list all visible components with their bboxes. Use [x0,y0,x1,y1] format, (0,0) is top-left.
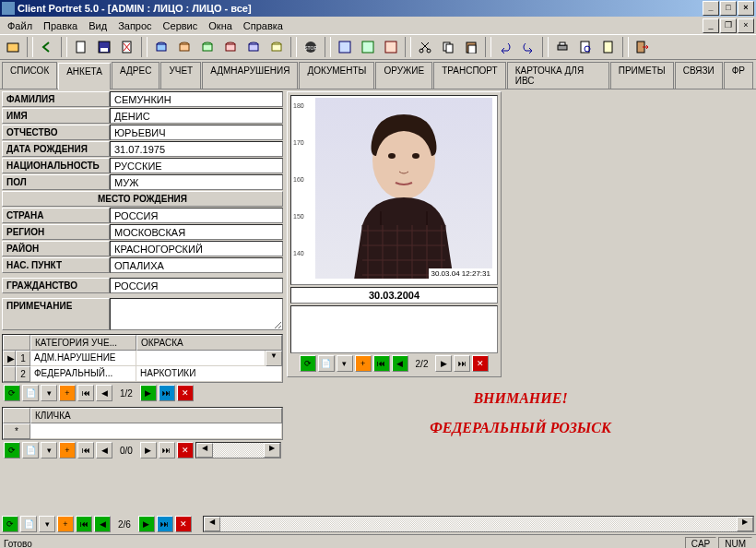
nav-menu-icon[interactable]: ▾ [337,355,353,372]
nav-add-icon[interactable]: + [355,355,372,372]
tab-transport[interactable]: ТРАНСПОРТ [433,62,506,89]
nav-first-icon[interactable]: ⏮ [76,516,92,532]
region-field[interactable] [110,224,283,240]
toolbar-exit-icon[interactable] [632,36,654,58]
table-row[interactable]: ▶ 1 АДМ.НАРУШЕНИЕ ▼ [3,351,282,366]
menu-file[interactable]: Файл [2,18,38,33]
nav-doc-icon[interactable]: 📄 [318,355,335,372]
nav-first-icon[interactable]: ⏮ [77,385,94,401]
toolbar-db1-icon[interactable] [150,36,172,58]
toolbar-save-icon[interactable] [93,36,115,58]
nav-refresh-icon[interactable]: ⟳ [4,385,20,401]
country-field[interactable] [110,208,283,223]
toolbar-undo-icon[interactable] [494,36,516,58]
nationality-field[interactable] [110,158,283,173]
nav-menu-icon[interactable]: ▾ [41,442,57,459]
nav-menu-icon[interactable]: ▾ [41,385,57,401]
nav-next-icon[interactable]: ▶ [138,516,155,532]
toolbar-back-icon[interactable] [36,36,58,58]
toolbar-cut-icon[interactable] [414,36,436,58]
nav-add-icon[interactable]: + [59,442,76,459]
town-field[interactable] [110,257,283,273]
grid1-col2[interactable]: ОКРАСКА [136,335,282,351]
toolbar-form1-icon[interactable] [334,36,356,58]
nav-last-icon[interactable]: ⏭ [159,385,175,401]
tab-list[interactable]: СПИСОК [2,62,57,89]
toolbar-preview-icon[interactable] [574,36,597,58]
toolbar-print-icon[interactable] [551,36,573,58]
nav-delete-icon[interactable]: ✕ [177,385,194,401]
citizenship-field[interactable] [110,278,283,293]
dropdown-icon[interactable]: ▼ [266,351,282,366]
nav-next-icon[interactable]: ▶ [140,442,157,459]
nav-add-icon[interactable]: + [57,516,74,532]
name-field[interactable] [110,108,283,124]
toolbar-redo-icon[interactable] [517,36,539,58]
sex-field[interactable] [110,174,283,190]
mdi-minimize-button[interactable]: _ [703,18,719,33]
grid1-r2c2[interactable]: НАРКОТИКИ [136,366,282,382]
nav-refresh-icon[interactable]: ⟳ [4,442,20,459]
maximize-button[interactable]: □ [720,1,737,16]
nav-first-icon[interactable]: ⏮ [373,355,390,372]
menu-query[interactable]: Запрос [112,18,157,33]
nav-doc-icon[interactable]: 📄 [22,385,39,401]
nav-doc-icon[interactable]: 📄 [22,442,39,459]
toolbar-stop-icon[interactable]: STOP [300,36,322,58]
table-row[interactable]: * [3,423,282,439]
tab-weapon[interactable]: ОРУЖИЕ [375,62,432,89]
nav-delete-icon[interactable]: ✕ [175,516,192,532]
tab-uchet[interactable]: УЧЕТ [160,62,201,89]
menu-view[interactable]: Вид [83,18,112,33]
scroll-track[interactable] [220,517,737,531]
toolbar-db3-icon[interactable] [196,36,219,58]
toolbar-report-icon[interactable] [597,36,620,58]
tab-anketa[interactable]: АНКЕТА [58,63,111,89]
mdi-close-button[interactable]: × [738,18,754,33]
scroll-right-icon[interactable]: ▶ [737,517,753,531]
nav-last-icon[interactable]: ⏭ [157,516,173,532]
menu-help[interactable]: Справка [238,18,289,33]
grid1-r2c1[interactable]: ФЕДЕРАЛЬНЫЙ... [30,366,136,382]
menu-windows[interactable]: Окна [203,18,238,33]
nav-refresh-icon[interactable]: ⟳ [2,516,18,532]
nav-doc-icon[interactable]: 📄 [20,516,37,532]
nav-prev-icon[interactable]: ◀ [96,385,112,401]
patronymic-field[interactable] [110,125,283,140]
toolbar-new-icon[interactable] [70,36,92,58]
toolbar-db2-icon[interactable] [173,36,195,58]
table-row[interactable]: 2 ФЕДЕРАЛЬНЫЙ... НАРКОТИКИ [3,366,282,382]
grid2-r1c1[interactable] [30,423,282,439]
district-field[interactable] [110,241,283,256]
nav-refresh-icon[interactable]: ⟳ [300,355,316,372]
grid1-r1c2[interactable] [136,351,266,366]
surname-field[interactable] [110,91,283,107]
menu-service[interactable]: Сервис [158,18,204,33]
scroll-track[interactable] [213,443,264,458]
grid1-r1c1[interactable]: АДМ.НАРУШЕНИЕ [30,351,136,366]
nav-prev-icon[interactable]: ◀ [392,355,408,372]
tab-fr[interactable]: ФР [724,62,753,89]
toolbar-db5-icon[interactable] [242,36,265,58]
scroll-left-icon[interactable]: ◀ [204,517,220,531]
tab-signs[interactable]: ПРИМЕТЫ [610,62,674,89]
close-button[interactable]: × [738,1,754,16]
menu-edit[interactable]: Правка [38,18,83,33]
nav-next-icon[interactable]: ▶ [140,385,157,401]
notes-field[interactable] [110,298,283,330]
scroll-right-icon[interactable]: ▶ [264,443,280,458]
minimize-button[interactable]: _ [703,1,719,16]
tab-links[interactable]: СВЯЗИ [675,62,723,89]
toolbar-db6-icon[interactable] [266,36,288,58]
tab-docs[interactable]: ДОКУМЕНТЫ [299,62,374,89]
tab-adm[interactable]: АДМНАРУШЕНИЯ [202,62,298,89]
nav-last-icon[interactable]: ⏭ [159,442,175,459]
mdi-restore-button[interactable]: ❐ [720,18,737,33]
nav-next-icon[interactable]: ▶ [435,355,452,372]
nav-delete-icon[interactable]: ✕ [177,442,194,459]
nav-add-icon[interactable]: + [59,385,76,401]
grid2-col1[interactable]: КЛИЧКА [30,408,282,423]
toolbar-form2-icon[interactable] [357,36,379,58]
tab-ivs[interactable]: КАРТОЧКА ДЛЯ ИВС [507,62,609,89]
toolbar-db4-icon[interactable] [219,36,242,58]
